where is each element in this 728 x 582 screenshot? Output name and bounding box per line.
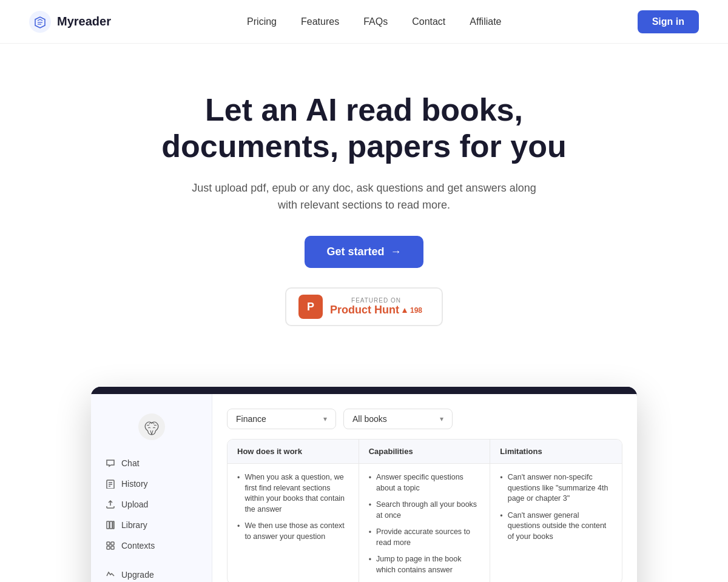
list-item: Answer specific questions about a topic [369,472,480,493]
sidebar-bottom: Upgrade Support [91,565,212,582]
preview-header-bar [91,387,637,394]
svg-rect-7 [107,521,109,529]
main-panel: Finance ▾ All books ▾ How does it work [212,394,637,582]
table-col-limitations: Limitations Can't answer non-specifc que… [490,440,622,582]
sidebar-item-chat[interactable]: Chat [98,453,204,473]
list-item: When you ask a question, we first find r… [237,472,349,515]
list-item: Jump to page in the book which contains … [369,554,480,575]
svg-rect-13 [111,546,114,549]
library-icon [106,520,115,530]
svg-rect-8 [110,521,112,529]
nav-links: Pricing Features FAQs Contact Affiliate [247,16,501,27]
table-header-capabilities: Capabilities [359,440,490,464]
product-hunt-badge[interactable]: P FEATURED ON Product Hunt 198 [12,287,716,326]
table-body-how: When you ask a question, we first find r… [228,464,359,550]
table-header-how: How does it work [228,440,359,464]
nav-faqs[interactable]: FAQs [363,16,388,27]
allbooks-filter[interactable]: All books ▾ [343,409,453,429]
list-item: Search through all your books at once [369,500,480,521]
sidebar: Chat History [91,394,212,582]
svg-marker-1 [402,308,407,313]
info-table: How does it work When you ask a question… [227,439,622,582]
finance-filter[interactable]: Finance ▾ [227,409,336,429]
navbar: Myreader Pricing Features FAQs Contact A… [0,0,728,44]
ph-triangle-icon [402,307,408,313]
svg-rect-10 [107,542,110,545]
hero-headline: Let an AI read books, documents, papers … [152,92,576,165]
ph-logo: P [298,295,323,319]
svg-rect-9 [113,521,114,529]
sidebar-item-upgrade[interactable]: Upgrade [98,565,204,582]
logo-text: Myreader [57,15,111,28]
logo[interactable]: Myreader [29,11,111,33]
upload-icon [106,500,115,509]
chat-icon [106,458,115,468]
svg-point-2 [138,413,165,440]
nav-pricing[interactable]: Pricing [247,16,277,27]
nav-contact[interactable]: Contact [412,16,445,27]
app-preview-wrapper: Chat History [79,387,649,582]
logo-icon [29,11,51,33]
contexts-icon [106,541,115,550]
list-item: Provide accurate sources to read more [369,527,480,548]
sidebar-logo [91,406,212,453]
table-body-capabilities: Answer specific questions about a topic … [359,464,490,582]
chevron-down-icon: ▾ [323,415,327,423]
get-started-button[interactable]: Get started → [305,236,423,268]
svg-point-0 [29,11,51,33]
sidebar-item-history[interactable]: History [98,474,204,493]
svg-rect-12 [107,546,110,549]
filter-row: Finance ▾ All books ▾ [227,409,622,429]
table-header-limitations: Limitations [490,440,622,464]
list-item: We then use those as context to answer y… [237,521,349,542]
table-col-capabilities: Capabilities Answer specific questions a… [359,440,491,582]
svg-rect-11 [111,542,114,545]
nav-features[interactable]: Features [301,16,339,27]
sidebar-item-contexts[interactable]: Contexts [98,536,204,555]
ph-text: FEATURED ON Product Hunt 198 [330,297,422,316]
preview-body: Chat History [91,394,637,582]
sidebar-item-library[interactable]: Library [98,515,204,535]
sidebar-item-upload[interactable]: Upload [98,495,204,514]
nav-affiliate[interactable]: Affiliate [470,16,501,27]
upgrade-icon [106,570,115,580]
history-icon [106,479,115,489]
list-item: Can't answer general questions outside t… [500,510,612,543]
chevron-down-icon-2: ▾ [440,415,443,423]
hero-subtext: Just upload pdf, epub or any doc, ask qu… [188,179,540,215]
arrow-icon: → [391,246,402,258]
list-item: Can't answer non-specifc questions like … [500,472,612,504]
sidebar-nav: Chat History [91,453,212,555]
brain-icon [137,412,166,441]
table-col-how: How does it work When you ask a question… [228,440,359,582]
sign-in-button[interactable]: Sign in [638,10,699,33]
table-body-limitations: Can't answer non-specifc questions like … [490,464,622,550]
app-preview: Chat History [91,387,637,582]
hero-section: Let an AI read books, documents, papers … [0,44,728,356]
